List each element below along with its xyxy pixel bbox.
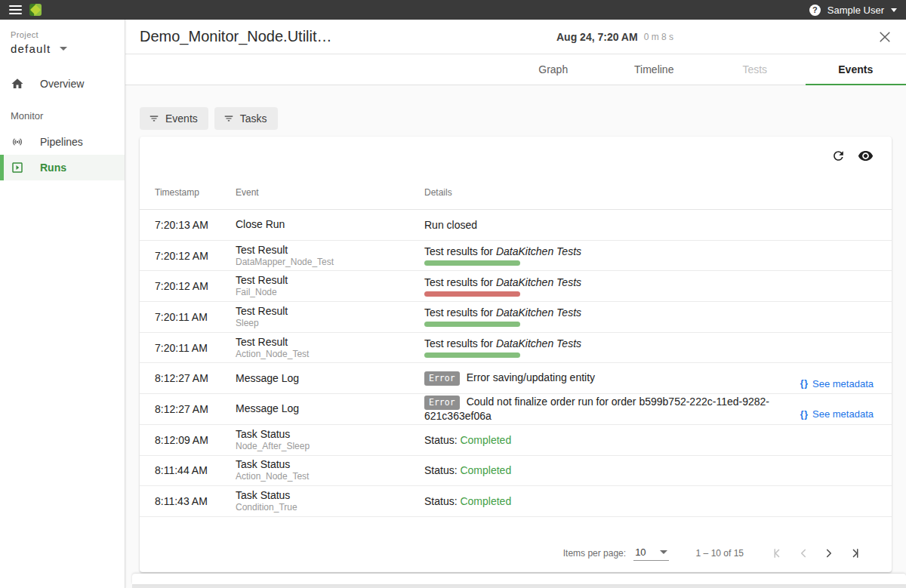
items-per-page-select[interactable]: 10 (633, 546, 668, 561)
cell-event: Test ResultSleep (236, 306, 424, 328)
events-table-card: Timestamp Event Details 7:20:13 AMClose … (140, 137, 892, 572)
close-icon[interactable] (877, 29, 892, 45)
user-menu-caret-icon[interactable] (891, 8, 897, 12)
event-name: Test Result (236, 275, 424, 286)
code-braces-icon: {} (800, 378, 809, 389)
table-header-row: Timestamp Event Details (140, 176, 892, 210)
sidebar-section-monitor: Monitor (11, 110, 125, 122)
details-text: Error saving/updating entity (467, 371, 595, 383)
cell-event: Message Log (236, 373, 424, 384)
menu-icon[interactable] (9, 5, 22, 14)
event-subname: DataMapper_Node_Test (236, 257, 424, 267)
cell-details: Status: Completed (424, 495, 786, 507)
test-result-text: Test results for DataKitchen Tests (424, 337, 786, 349)
events-tab-content: Events Tasks Timestamp Event Details (125, 86, 906, 588)
next-page-icon[interactable] (816, 540, 842, 566)
details-text: Could not finalize order run for order b… (424, 396, 769, 423)
cell-timestamp: 8:11:43 AM (155, 495, 236, 507)
event-subname: Node_After_Sleep (236, 441, 424, 451)
table-row: 8:12:27 AMMessage LogErrorError saving/u… (140, 363, 892, 394)
test-suite-name: DataKitchen Tests (496, 245, 581, 257)
cell-details: Status: Completed (424, 464, 786, 476)
test-suite-name: DataKitchen Tests (496, 306, 581, 319)
sidebar-item-label: Overview (40, 78, 84, 90)
event-subname: Condition_True (236, 502, 424, 513)
help-icon[interactable]: ? (809, 5, 821, 16)
project-value: default (11, 42, 51, 55)
test-result-bar (424, 322, 520, 327)
table-row: 8:11:44 AMTask StatusAction_Node_TestSta… (140, 456, 892, 487)
see-metadata-label: See metadata (812, 378, 874, 389)
see-metadata-link[interactable]: {}See metadata (800, 378, 874, 389)
test-result-bar (424, 260, 520, 266)
event-subname: Action_Node_Test (236, 349, 424, 359)
event-name: Message Log (236, 403, 424, 414)
pagination-range: 1 – 10 of 15 (696, 548, 744, 559)
cell-details: Run closed (424, 219, 786, 231)
project-label: Project (11, 30, 114, 39)
paginator: Items per page: 10 1 – 10 of 15 (140, 534, 892, 572)
status-value: Completed (460, 464, 511, 476)
tab-events[interactable]: Events (806, 54, 906, 85)
column-header-timestamp: Timestamp (155, 187, 236, 198)
sidebar-item-label: Pipelines (40, 136, 83, 148)
last-page-icon[interactable] (842, 540, 867, 566)
table-row: 7:20:12 AMTest ResultFail_NodeTest resul… (140, 271, 892, 302)
cell-event: Message Log (236, 403, 424, 414)
cell-details: Test results for DataKitchen Tests (424, 245, 786, 266)
sidebar-item-label: Runs (40, 162, 66, 174)
cell-details: Test results for DataKitchen Tests (424, 337, 786, 358)
sidebar-item-overview[interactable]: Overview (0, 71, 125, 97)
error-badge: Error (424, 396, 460, 410)
event-name: Task Status (236, 490, 424, 501)
test-suite-name: DataKitchen Tests (496, 276, 581, 288)
event-name: Test Result (236, 337, 424, 348)
sidebar-item-runs[interactable]: Runs (0, 155, 125, 180)
filter-chip-label: Events (165, 112, 198, 125)
filter-icon (149, 113, 159, 124)
table-row: 7:20:12 AMTest ResultDataMapper_Node_Tes… (140, 241, 892, 272)
items-per-page-value: 10 (635, 546, 646, 558)
cell-details: Status: Completed (424, 434, 786, 446)
cell-event: Test ResultAction_Node_Test (236, 337, 424, 359)
test-result-text: Test results for DataKitchen Tests (424, 306, 786, 319)
event-subname: Fail_Node (236, 287, 424, 297)
test-result-text: Test results for DataKitchen Tests (424, 245, 786, 257)
tab-timeline[interactable]: Timeline (604, 54, 705, 85)
user-menu-label[interactable]: Sample User (827, 5, 884, 16)
table-row: 7:20:11 AMTest ResultAction_Node_TestTes… (140, 333, 892, 364)
code-braces-icon: {} (800, 409, 809, 420)
filter-chip-tasks[interactable]: Tasks (214, 107, 278, 130)
topbar: ? Sample User (0, 0, 906, 20)
event-name: Test Result (236, 245, 424, 256)
see-metadata-link[interactable]: {}See metadata (800, 408, 874, 420)
select-caret-icon (660, 550, 667, 554)
home-icon (11, 77, 24, 91)
cell-details: Test results for DataKitchen Tests (424, 306, 786, 327)
cell-timestamp: 7:20:11 AM (155, 311, 236, 323)
cell-timestamp: 8:11:44 AM (155, 464, 236, 476)
cell-details: ErrorError saving/updating entity (424, 371, 786, 386)
broadcast-icon (11, 135, 24, 149)
table-row: 8:12:09 AMTask StatusNode_After_SleepSta… (140, 425, 892, 456)
table-row: 8:11:43 AMTask StatusCondition_TrueStatu… (140, 486, 892, 517)
tab-graph[interactable]: Graph (503, 54, 604, 85)
test-suite-name: DataKitchen Tests (496, 337, 581, 349)
cell-details: ErrorCould not finalize order run for or… (424, 396, 786, 422)
test-result-bar (424, 291, 520, 297)
event-subname: Sleep (236, 318, 424, 328)
sidebar-item-pipelines[interactable]: Pipelines (0, 129, 125, 155)
sidebar: Project default Overview Monitor Pipelin… (0, 20, 125, 588)
event-name: Message Log (236, 373, 424, 384)
cell-timestamp: 8:12:27 AM (155, 403, 236, 415)
cell-event: Close Run (236, 219, 424, 230)
table-row: 8:12:27 AMMessage LogErrorCould not fina… (140, 394, 892, 425)
tabbar: Graph Timeline Tests Events (125, 54, 906, 85)
visibility-eye-icon[interactable] (855, 146, 875, 165)
refresh-icon[interactable] (828, 146, 848, 165)
filter-chip-events[interactable]: Events (140, 107, 208, 130)
run-play-icon (11, 161, 24, 174)
project-selector[interactable]: default (11, 42, 114, 55)
app-logo-icon[interactable] (29, 4, 42, 16)
event-name: Close Run (236, 219, 424, 230)
